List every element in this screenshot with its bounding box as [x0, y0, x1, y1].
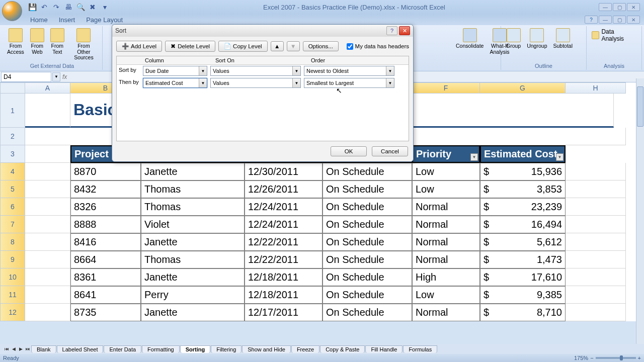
cell-due-date[interactable]: 12/22/2011: [245, 251, 323, 268]
cell-due-date[interactable]: 12/22/2011: [245, 233, 323, 251]
cell-status[interactable]: On Schedule: [323, 216, 412, 233]
sheet-tab[interactable]: Copy & Paste: [320, 345, 365, 353]
save-icon[interactable]: 💾: [27, 2, 37, 12]
cell-status[interactable]: On Schedule: [323, 268, 412, 286]
cell-estimated-cost[interactable]: $15,936: [480, 163, 566, 180]
cell-project-manager[interactable]: Janette: [141, 233, 245, 251]
thenby-order-combo[interactable]: Smallest to Largest▼: [304, 78, 394, 88]
row-header[interactable]: 6: [0, 198, 25, 216]
quickprint-icon[interactable]: 🖶: [63, 2, 73, 12]
col-header-g[interactable]: G: [480, 82, 566, 94]
office-button[interactable]: [2, 1, 22, 21]
sheet-tab[interactable]: Labeled Sheet: [57, 345, 104, 353]
zoom-in-button[interactable]: +: [638, 355, 641, 361]
ok-button[interactable]: OK: [331, 146, 367, 156]
cell-priority[interactable]: Normal: [412, 304, 480, 321]
col-header-h[interactable]: H: [566, 82, 626, 94]
sortby-order-combo[interactable]: Newest to Oldest▼: [304, 66, 394, 76]
doc-restore-button[interactable]: ▢: [613, 16, 626, 24]
cell-priority[interactable]: Normal: [412, 251, 480, 268]
thenby-column-combo[interactable]: Estimated Cost▼: [143, 78, 207, 88]
tab-nav-last[interactable]: ⏭: [24, 345, 31, 352]
row-header[interactable]: 9: [0, 251, 25, 268]
sheet-tab[interactable]: Fill Handle: [365, 345, 403, 353]
cell-project-id[interactable]: 8888: [70, 216, 141, 233]
cell-project-id[interactable]: 8664: [70, 251, 141, 268]
zoom-out-button[interactable]: −: [590, 355, 593, 361]
col-header-a[interactable]: A: [25, 82, 70, 94]
cell-estimated-cost[interactable]: $17,610: [480, 268, 566, 286]
tab-nav-first[interactable]: ⏮: [3, 345, 10, 352]
cell-status[interactable]: On Schedule: [323, 251, 412, 268]
cell-project-id[interactable]: 8416: [70, 233, 141, 251]
sheet-tab[interactable]: Formatting: [142, 345, 180, 353]
scroll-thumb[interactable]: [637, 86, 643, 127]
ungroup-button[interactable]: Ungroup: [525, 27, 549, 50]
sheet-tab[interactable]: Filtering: [211, 345, 242, 353]
cell-project-manager[interactable]: Janette: [141, 304, 245, 321]
cell-estimated-cost[interactable]: $9,385: [480, 286, 566, 304]
cancel-button[interactable]: Cancel: [372, 146, 408, 156]
undo-icon[interactable]: ↶: [39, 2, 49, 12]
cell-project-manager[interactable]: Thomas: [141, 198, 245, 216]
move-down-button[interactable]: ▼: [287, 41, 300, 51]
cell-estimated-cost[interactable]: $16,494: [480, 216, 566, 233]
maximize-button[interactable]: ▢: [613, 3, 626, 11]
cell-due-date[interactable]: 12/30/2011: [245, 163, 323, 180]
cell-status[interactable]: On Schedule: [323, 180, 412, 198]
sheet-tab[interactable]: Blank: [31, 345, 56, 353]
help-button[interactable]: ?: [585, 16, 598, 24]
add-level-button[interactable]: ➕Add Level: [116, 41, 162, 52]
cell-project-manager[interactable]: Janette: [141, 163, 245, 180]
doc-minimize-button[interactable]: —: [599, 16, 612, 24]
cell-status[interactable]: On Schedule: [323, 286, 412, 304]
sheet-tab[interactable]: Sorting: [180, 345, 211, 353]
cell-estimated-cost[interactable]: $8,710: [480, 304, 566, 321]
cell-project-manager[interactable]: Perry: [141, 286, 245, 304]
cell-status[interactable]: On Schedule: [323, 198, 412, 216]
dialog-close-button[interactable]: ✕: [399, 26, 410, 35]
cell-estimated-cost[interactable]: $3,853: [480, 180, 566, 198]
group-button[interactable]: Group: [504, 27, 523, 50]
cell-estimated-cost[interactable]: $5,612: [480, 233, 566, 251]
copy-level-button[interactable]: 📄Copy Level: [218, 41, 268, 52]
dialog-help-button[interactable]: ?: [386, 26, 397, 35]
consolidate-button[interactable]: Consolidate: [454, 27, 486, 56]
cell-priority[interactable]: Low: [412, 180, 480, 198]
close-window-button[interactable]: ✕: [627, 3, 640, 11]
name-box-dropdown[interactable]: ▼: [52, 72, 60, 81]
zoom-slider[interactable]: [596, 357, 636, 359]
sheet-tab[interactable]: Show and Hide: [242, 345, 291, 353]
cell-project-id[interactable]: 8432: [70, 180, 141, 198]
doc-close-button[interactable]: ✕: [627, 16, 640, 24]
name-box[interactable]: D4: [1, 72, 51, 82]
cell-due-date[interactable]: 12/24/2011: [245, 198, 323, 216]
row-header[interactable]: 11: [0, 286, 25, 304]
cell-priority[interactable]: Normal: [412, 198, 480, 216]
cell-priority[interactable]: Normal: [412, 233, 480, 251]
from-other-button[interactable]: From Other Sources: [68, 27, 99, 62]
close-icon[interactable]: ✖: [88, 2, 98, 12]
thenby-on-combo[interactable]: Values▼: [210, 78, 301, 88]
options-button[interactable]: Options...: [303, 41, 339, 51]
cell-project-manager[interactable]: Thomas: [141, 251, 245, 268]
cell-project-id[interactable]: 8361: [70, 268, 141, 286]
from-text-button[interactable]: From Text: [48, 27, 66, 62]
fx-button[interactable]: fx: [60, 73, 69, 80]
sheet-tab[interactable]: Formulas: [403, 345, 437, 353]
row-header[interactable]: 12: [0, 304, 25, 321]
tab-home[interactable]: Home: [25, 14, 53, 25]
select-all-cell[interactable]: [0, 82, 25, 94]
subtotal-button[interactable]: Subtotal: [551, 27, 575, 50]
row-header[interactable]: 10: [0, 268, 25, 286]
col-header-f[interactable]: F: [412, 82, 480, 94]
qat-dropdown-icon[interactable]: ▾: [100, 2, 110, 12]
cell-project-id[interactable]: 8641: [70, 286, 141, 304]
row-header[interactable]: 3: [0, 145, 25, 163]
cell-priority[interactable]: Normal: [412, 216, 480, 233]
cell-due-date[interactable]: 12/24/2011: [245, 216, 323, 233]
row-header[interactable]: 1: [0, 94, 25, 128]
row-header[interactable]: 2: [0, 128, 25, 145]
filter-arrow-icon[interactable]: ▼: [470, 153, 478, 161]
row-header[interactable]: 4: [0, 163, 25, 180]
